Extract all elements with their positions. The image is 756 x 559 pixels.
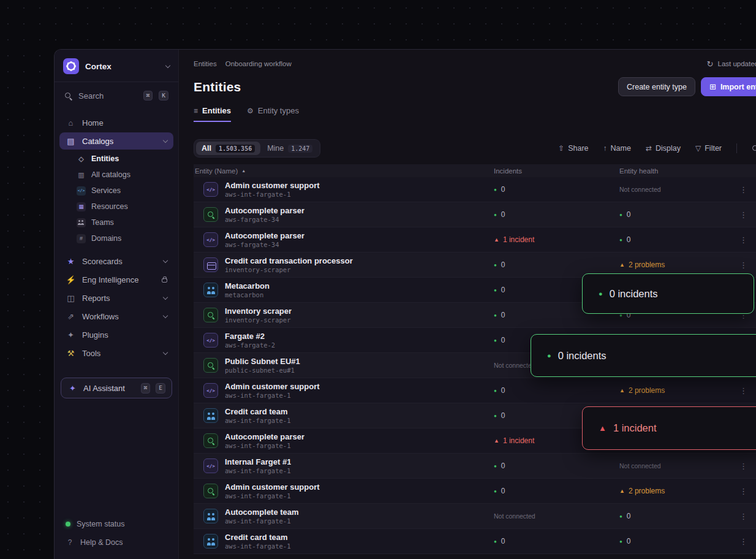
create-entity-type-button[interactable]: Create entity type xyxy=(618,77,695,96)
sidebar-item-workflows[interactable]: ⇗ Workflows xyxy=(59,308,173,325)
row-menu-button[interactable]: ⋮ xyxy=(739,235,756,245)
sidebar-item-domains[interactable]: # Domains xyxy=(70,230,173,246)
row-menu-button[interactable]: ⋮ xyxy=(739,462,756,471)
table-search-icon[interactable] xyxy=(752,145,756,153)
display-button[interactable]: ⇄ Display xyxy=(646,144,681,153)
table-row[interactable]: Admin customer supportaws-int-fargate-1 … xyxy=(194,177,756,202)
last-updated: ↻ Last updated xyxy=(707,59,756,69)
incidents-cell: 0 xyxy=(494,386,619,395)
system-status-link[interactable]: System status xyxy=(58,515,175,533)
sidebar-item-plugins[interactable]: ✦ Plugins xyxy=(59,326,173,343)
entity-type-icon xyxy=(203,207,218,222)
entity-id: aws-fargate-2 xyxy=(225,341,275,349)
catalogs-children: ◇ Entities ▥ All catalogs </> Services ▦… xyxy=(55,151,178,246)
row-menu-button[interactable]: ⋮ xyxy=(739,260,756,270)
chevron-down-icon xyxy=(163,313,168,318)
entity-type-icon xyxy=(203,484,218,498)
entity-name: Autocomplete team xyxy=(225,508,299,517)
question-icon: ? xyxy=(66,538,74,547)
entity-type-icon xyxy=(203,534,218,549)
table-row[interactable]: Autocomplete parseraws-fargate-34 0 0 ⋮ xyxy=(194,202,756,227)
entity-name: Fargate #2 xyxy=(225,332,275,341)
sidebar-item-entities[interactable]: ◇ Entities xyxy=(70,151,173,167)
plugins-icon: ✦ xyxy=(66,330,76,340)
kbd-k: K xyxy=(159,91,168,101)
share-button[interactable]: ⇧ Share xyxy=(558,144,588,153)
sidebar-item-tools[interactable]: ⚒ Tools xyxy=(59,344,173,362)
tools-icon: ⚒ xyxy=(66,349,76,358)
sort-name-button[interactable]: ↑ Name xyxy=(603,144,631,153)
table-row[interactable]: Credit card teamaws-int-fargate-1 0 0 ⋮ xyxy=(194,529,756,554)
row-menu-button[interactable]: ⋮ xyxy=(739,512,756,521)
incidents-cell: 0 xyxy=(494,487,619,495)
row-menu-button[interactable]: ⋮ xyxy=(739,537,756,546)
row-menu-button[interactable]: ⋮ xyxy=(739,210,756,219)
row-menu-button[interactable]: ⋮ xyxy=(739,386,756,395)
filter-button[interactable]: ▽ Filter xyxy=(695,144,722,153)
status-dot-icon xyxy=(66,522,70,527)
table-toolbar: All 1.503.356 Mine 1.247 ⇧ Share ↑ Name xyxy=(194,139,756,158)
table-row[interactable]: Internal Farget #1aws-int-fargate-1 0 No… xyxy=(194,454,756,479)
segment-mine[interactable]: Mine 1.247 xyxy=(262,142,318,155)
sidebar-search[interactable]: Search ⌘ K xyxy=(55,86,178,105)
kbd-command: ⌘ xyxy=(141,383,151,393)
column-incidents[interactable]: Incidents xyxy=(494,167,619,175)
refresh-icon[interactable]: ↻ xyxy=(707,59,714,69)
import-entities-button[interactable]: ⊞ Import entities xyxy=(701,77,756,96)
entity-id: aws-int-fargate-1 xyxy=(225,467,291,474)
reports-icon: ◫ xyxy=(66,294,76,303)
table-row[interactable]: Admin customer supportaws-int-fargate-1 … xyxy=(194,378,756,403)
help-docs-link[interactable]: ? Help & Docs xyxy=(58,533,175,552)
sidebar-item-all-catalogs[interactable]: ▥ All catalogs xyxy=(70,167,173,183)
incidents-cell: 0 xyxy=(494,260,619,269)
chevron-down-icon xyxy=(163,138,168,143)
column-entity-name[interactable]: Entity (Name) ▲ xyxy=(194,167,494,175)
entity-id: aws-int-fargate-1 xyxy=(225,442,304,449)
lock-icon xyxy=(162,278,167,283)
segment-all[interactable]: All 1.503.356 xyxy=(196,142,260,155)
entity-id: aws-fargate-34 xyxy=(225,241,304,248)
health-cell: 2 problems xyxy=(619,260,736,269)
table-row[interactable]: Admin customer supportaws-int-fargate-1 … xyxy=(194,479,756,504)
sidebar-footer: System status ? Help & Docs xyxy=(55,515,178,559)
sidebar-item-reports[interactable]: ◫ Reports xyxy=(59,289,173,306)
sidebar-item-teams[interactable]: Teams xyxy=(70,215,173,230)
entity-type-icon xyxy=(203,257,218,272)
entity-type-icon xyxy=(203,509,218,523)
star-icon: ★ xyxy=(66,257,76,266)
column-entity-health[interactable]: Entity health xyxy=(619,167,736,175)
brand-row[interactable]: Cortex xyxy=(55,50,178,82)
all-count-badge: 1.503.356 xyxy=(216,145,255,153)
sidebar-item-catalogs[interactable]: ▤ Catalogs xyxy=(59,132,173,150)
breadcrumb-onboarding[interactable]: Onboarding workflow xyxy=(225,60,292,67)
sidebar-item-eng-intelligence[interactable]: ⚡ Eng Intelligence xyxy=(59,271,173,288)
table-row[interactable]: Autocomplete parseraws-fargate-34 1 inci… xyxy=(194,227,756,253)
topbar: Entities Onboarding workflow ↻ Last upda… xyxy=(179,50,756,70)
breadcrumb-entities[interactable]: Entities xyxy=(194,60,217,67)
divider xyxy=(736,143,737,153)
entity-id: aws-int-fargate-1 xyxy=(225,191,320,198)
sidebar-item-home[interactable]: ⌂ Home xyxy=(59,114,173,131)
entity-type-icon xyxy=(203,232,218,247)
row-menu-button[interactable]: ⋮ xyxy=(739,185,756,194)
tab-entity-types[interactable]: ⚙ Entity types xyxy=(247,106,299,122)
ai-assistant-button[interactable]: ✦ AI Assistant ⌘ E xyxy=(61,378,172,398)
entity-id: inventory-scraper xyxy=(225,316,292,324)
sidebar-item-services[interactable]: </> Services xyxy=(70,183,173,199)
entity-id: aws-fargate-34 xyxy=(225,216,304,223)
incidents-cell: 1 incident xyxy=(494,235,619,244)
entity-id: aws-int-fargate-1 xyxy=(225,417,290,424)
row-menu-button[interactable]: ⋮ xyxy=(739,487,756,496)
breadcrumb: Entities Onboarding workflow xyxy=(194,60,292,67)
tab-entities[interactable]: ≡ Entities xyxy=(194,106,231,122)
table-row[interactable]: Autocomplete teamaws-int-fargate-1 Not c… xyxy=(194,504,756,529)
entity-name: Admin customer support xyxy=(225,181,320,190)
entity-name: Autocomplete parser xyxy=(225,206,304,215)
entity-id: public-subnet-eu#1 xyxy=(225,367,300,374)
funnel-icon: ▽ xyxy=(695,144,701,153)
sidebar-item-scorecards[interactable]: ★ Scorecards xyxy=(59,253,173,270)
entity-type-icon xyxy=(203,408,218,423)
scope-segmented-control: All 1.503.356 Mine 1.247 xyxy=(194,139,320,158)
sidebar-item-resources[interactable]: ▦ Resources xyxy=(70,199,173,215)
bolt-icon: ⚡ xyxy=(66,275,76,284)
